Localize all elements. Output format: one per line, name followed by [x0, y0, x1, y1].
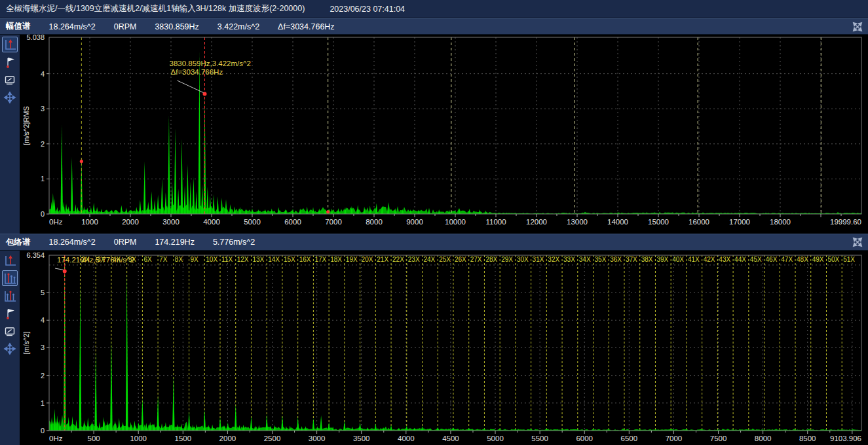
harmonic-label: 37X	[626, 256, 637, 263]
harmonic-label: 39X	[656, 256, 668, 263]
spectrum-peak	[164, 192, 167, 214]
marker-dot[interactable]	[326, 210, 330, 213]
tool-pan-icon[interactable]	[2, 341, 18, 357]
expand-icon[interactable]	[852, 21, 863, 33]
delta-frequency-amplitude: Δf=3034.766Hz	[278, 22, 335, 31]
spectrum-peak	[145, 423, 148, 431]
spectrum-peak	[75, 419, 78, 431]
amplitude-spectrum-chart[interactable]: 0Hz1000200030004000500060007000800090001…	[20, 35, 868, 234]
envelope-spectrum-panel: 2X3X4X5X6X7X8X9X10X11X12X13X14X15X16X17X…	[0, 251, 868, 445]
cursor-frequency-envelope: 174.219Hz	[155, 238, 194, 247]
panel-title-envelope: 包络谱	[6, 237, 31, 248]
harmonic-label: 47X	[781, 256, 793, 263]
harmonic-label: 16X	[299, 256, 311, 263]
rpm-value-amplitude: 0RPM	[114, 22, 137, 31]
spectrum-peak	[150, 191, 153, 214]
spectrum-peak	[242, 425, 245, 431]
spectrum-peak	[359, 422, 362, 431]
spectrum-peak	[530, 429, 533, 431]
rpm-value-envelope: 0RPM	[114, 238, 137, 247]
tool-flag-marker-icon[interactable]	[2, 306, 18, 321]
y-tick-label: 5	[41, 289, 45, 296]
y-tick-label: 0	[41, 210, 45, 218]
tool-flag-marker-icon[interactable]	[2, 54, 18, 70]
spectrum-peak	[281, 416, 284, 431]
spectrum-peak	[54, 409, 56, 431]
x-tick-label: 0Hz	[49, 435, 63, 442]
envelope-toolbar	[0, 251, 20, 445]
harmonic-label: 17X	[314, 256, 326, 263]
y-tick-label: 3	[41, 344, 45, 351]
cursor-annotation-line1: 174.219Hz,5.776m/s^2	[57, 256, 134, 264]
spectrum-peak	[375, 423, 377, 431]
tool-pan-icon[interactable]	[2, 90, 18, 105]
harmonic-label: 44X	[734, 256, 746, 263]
spectrum-peak	[343, 421, 346, 431]
x-tick-label: 8000	[755, 435, 772, 442]
x-tick-label: 15000	[648, 218, 669, 226]
y-tick-label: 3	[41, 105, 45, 113]
tool-report-icon[interactable]	[2, 72, 18, 88]
tool-single-cursor-icon[interactable]	[2, 37, 18, 52]
harmonic-label: 33X	[563, 256, 575, 263]
harmonic-label: 21X	[377, 256, 388, 263]
spectrum-peak	[206, 187, 209, 214]
x-tick-label: 6000	[284, 218, 301, 226]
x-tick-label: 1500	[175, 435, 192, 442]
x-tick-label: 1000	[130, 435, 147, 442]
cursor-frequency-amplitude: 3830.859Hz	[155, 22, 198, 31]
cursor-annotation-line1: 3830.859Hz,3.422m/s^2	[170, 60, 251, 67]
spectrum-peak	[171, 182, 174, 214]
spectrum-peak	[157, 195, 159, 214]
spectrum-peak	[96, 207, 98, 214]
harmonic-label: 7X	[159, 256, 168, 263]
tool-single-cursor-icon[interactable]	[2, 253, 18, 268]
harmonic-label: 35X	[595, 256, 607, 263]
harmonic-label: 24X	[424, 256, 436, 263]
marker-dot[interactable]	[80, 160, 83, 163]
x-tick-label: 2000	[219, 435, 236, 442]
tool-report-icon[interactable]	[2, 323, 18, 339]
harmonic-label: 6X	[143, 256, 152, 263]
spectrum-peak	[203, 410, 206, 431]
spectrum-peak	[390, 425, 392, 431]
spectrum-peak	[217, 196, 219, 214]
spectrum-peak	[147, 202, 149, 214]
spectrum-peak	[188, 411, 191, 431]
tool-sideband-cursor-icon[interactable]	[2, 288, 18, 304]
x-tick-label: 10000	[445, 218, 466, 226]
annotation-leader-line	[55, 268, 64, 270]
harmonic-label: 43X	[719, 256, 730, 263]
spectrum-peak	[98, 422, 101, 431]
spectrum-peak	[65, 204, 67, 214]
spectrum-peak	[110, 340, 113, 431]
harmonic-label: 34X	[579, 256, 591, 263]
harmonic-label: 51X	[843, 256, 855, 263]
spectrum-peak	[153, 199, 156, 214]
tool-harmonic-cursor-icon[interactable]	[2, 270, 18, 286]
harmonic-label: 45X	[750, 256, 762, 263]
spectrum-peak	[143, 162, 146, 214]
y-tick-label: 1	[41, 175, 45, 183]
amplitude-toolbar	[0, 35, 20, 234]
spectrum-peak	[90, 207, 92, 214]
expand-icon[interactable]	[852, 236, 863, 248]
spectrum-peak	[219, 417, 221, 431]
y-tick-label: 0	[41, 427, 45, 435]
spectrum-peak	[100, 209, 103, 214]
cursor-annotation-line2: Δf=3034.766Hz	[171, 68, 223, 76]
harmonic-label: 46X	[766, 256, 778, 263]
spectrum-peak	[177, 188, 179, 214]
spectrum-peak	[250, 416, 253, 431]
panel-title-amplitude: 幅值谱	[6, 21, 31, 32]
spectrum-peak	[201, 184, 204, 214]
spectrum-peak	[297, 417, 299, 431]
overall-value-amplitude: 18.264m/s^2	[49, 22, 96, 31]
harmonic-label: 25X	[439, 256, 451, 263]
spectrum-peak	[60, 124, 63, 214]
envelope-spectrum-chart[interactable]: 2X3X4X5X6X7X8X9X10X11X12X13X14X15X16X17X…	[20, 251, 868, 445]
spectrum-peak	[161, 178, 164, 214]
x-tick-label: 0Hz	[49, 218, 63, 226]
spectrum-peak	[187, 164, 189, 214]
amplitude-spectrum-header: 幅值谱 18.264m/s^2 0RPM 3830.859Hz 3.422m/s…	[0, 18, 868, 35]
